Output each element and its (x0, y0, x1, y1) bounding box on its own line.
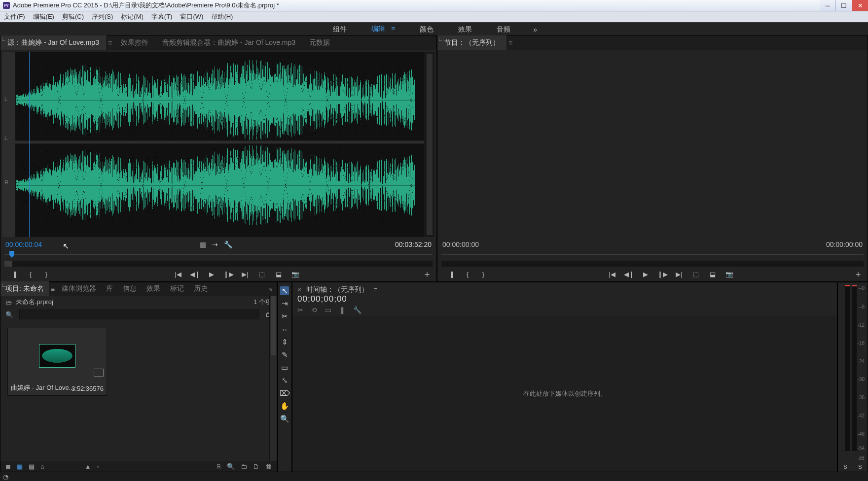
fit-icon[interactable]: ⇢ (212, 240, 218, 248)
tool-track-select[interactable]: ⇥ (280, 299, 289, 308)
add-marker-icon[interactable]: ❚ (10, 270, 19, 278)
step-back-icon[interactable]: ◀❙ (190, 270, 199, 278)
tl-snap-icon[interactable]: ⟲ (311, 306, 317, 314)
source-zoom-bar[interactable] (4, 261, 433, 267)
tool-rolling-edit[interactable]: ↔ (280, 325, 289, 334)
tool-zoom[interactable]: 🔍 (280, 414, 289, 423)
workspace-menu-icon[interactable]: ≡ (391, 25, 395, 33)
timeline-drop-area[interactable]: 在此处放下媒体以创建序列。 (292, 316, 837, 472)
timeline-timecode[interactable]: 00;00;00;00 (297, 294, 832, 304)
menu-clip[interactable]: 剪辑(C) (58, 12, 88, 21)
new-item-icon[interactable]: 🗋 (253, 463, 259, 470)
tool-selection[interactable]: ↖ (280, 286, 289, 295)
icon-view-icon[interactable]: ▦ (17, 463, 23, 470)
project-search-input[interactable] (19, 309, 259, 319)
meter-solo-l[interactable]: S (843, 464, 847, 472)
window-maximize-button[interactable]: ☐ (835, 0, 852, 11)
menu-sequence[interactable]: 序列(S) (88, 12, 117, 21)
p-mark-out-icon[interactable]: } (479, 270, 488, 278)
source-tab-audio-mixer[interactable]: 音频剪辑混合器：曲婉婷 - Jar Of Love.mp3 (155, 35, 302, 50)
zoom-slider-icon[interactable]: ◦ (97, 463, 100, 470)
program-current-tc[interactable]: 00:00:00:00 (442, 240, 479, 248)
p-button-editor-icon[interactable]: ＋ (854, 270, 863, 278)
source-tab-effect-controls[interactable]: 效果控件 (114, 35, 155, 50)
tool-razor[interactable]: ✎ (280, 350, 289, 359)
workspace-assembly[interactable]: 组件 (326, 23, 354, 36)
resolution-icon[interactable]: ▥ (200, 240, 206, 248)
project-tab-project[interactable]: 项目: 未命名 (0, 281, 49, 296)
source-tab-clip[interactable]: 源：曲婉婷 - Jar Of Love.mp3 (0, 35, 106, 50)
go-to-out-icon[interactable]: ▶| (241, 270, 250, 278)
new-bin-icon[interactable]: 🗀 (241, 463, 247, 470)
p-extract-icon[interactable]: ⬓ (708, 270, 717, 278)
workspace-effects[interactable]: 效果 (451, 23, 479, 36)
tl-markers-icon[interactable]: ❚ (339, 306, 345, 314)
window-minimize-button[interactable]: ─ (820, 0, 835, 11)
tl-link-icon[interactable]: ▭ (325, 306, 331, 314)
tool-pen[interactable]: ⌦ (280, 389, 289, 398)
workspace-editing[interactable]: 编辑 ≡ (364, 23, 402, 36)
freeform-view-icon[interactable]: ▤ (29, 463, 35, 470)
tool-slip[interactable]: ▭ (280, 363, 289, 372)
program-tab[interactable]: 节目：（无序列） (437, 35, 506, 50)
tool-slide[interactable]: ⤡ (280, 376, 289, 385)
timeline-tab-close-icon[interactable]: × (297, 286, 301, 294)
menu-window[interactable]: 窗口(W) (176, 12, 207, 21)
menu-title[interactable]: 字幕(T) (147, 12, 177, 21)
zoom-slider-left-icon[interactable]: ▲ (85, 463, 91, 470)
wrench-icon[interactable]: 🔧 (224, 240, 232, 248)
source-current-tc[interactable]: 00:00:00:04 (5, 240, 42, 248)
go-to-in-icon[interactable]: |◀ (174, 270, 182, 278)
tl-settings-icon[interactable]: 🔧 (353, 306, 362, 314)
step-forward-icon[interactable]: ❙▶ (224, 270, 233, 278)
trash-icon[interactable]: 🗑 (265, 463, 272, 470)
overwrite-icon[interactable]: ⬓ (274, 270, 283, 278)
mark-in-icon[interactable]: { (26, 270, 35, 278)
workspace-color[interactable]: 颜色 (413, 23, 440, 36)
search-icon[interactable]: 🔍 (5, 311, 13, 318)
waveform-scrollbar[interactable] (427, 54, 433, 235)
project-tab-history[interactable]: 历史 (189, 281, 213, 296)
project-tab-overflow[interactable]: » (265, 282, 277, 296)
find-icon[interactable]: 🔍 (227, 463, 235, 470)
project-scroll-thumb[interactable] (271, 296, 276, 355)
p-lift-icon[interactable]: ⬚ (691, 270, 700, 278)
window-close-button[interactable]: ✕ (852, 0, 868, 11)
program-zoom-bar[interactable] (441, 261, 864, 267)
project-clip[interactable]: 曲婉婷 - Jar Of Love... 3:52:36576 (7, 328, 107, 396)
project-tab-media-browser[interactable]: 媒体浏览器 (57, 281, 101, 296)
automate-to-seq-icon[interactable]: ⎘ (217, 463, 221, 470)
menu-file[interactable]: 文件(F) (0, 12, 29, 21)
p-go-to-out-icon[interactable]: ▶| (675, 270, 684, 278)
workspace-audio[interactable]: 音频 (490, 23, 517, 36)
tool-hand[interactable]: ✋ (280, 402, 289, 411)
project-tab-info[interactable]: 信息 (118, 281, 142, 296)
timeline-tab-menu-icon[interactable]: ≡ (373, 286, 377, 294)
menu-help[interactable]: 帮助(H) (207, 12, 237, 21)
p-step-forward-icon[interactable]: ❙▶ (658, 270, 667, 278)
play-icon[interactable]: ▶ (207, 270, 216, 278)
project-tab-library[interactable]: 库 (101, 281, 118, 296)
project-bin-grid[interactable]: 曲婉婷 - Jar Of Love... 3:52:36576 (0, 321, 277, 461)
source-scrubber[interactable] (4, 250, 433, 261)
export-frame-icon[interactable]: 📷 (291, 270, 300, 278)
project-tab-effects[interactable]: 效果 (142, 281, 165, 296)
p-go-to-in-icon[interactable]: |◀ (608, 270, 616, 278)
p-add-marker-icon[interactable]: ❚ (447, 270, 456, 278)
timeline-tab[interactable]: 时间轴：（无序列） (306, 285, 368, 294)
tl-nest-icon[interactable]: ✂ (297, 306, 303, 314)
p-play-icon[interactable]: ▶ (641, 270, 650, 278)
insert-icon[interactable]: ⬚ (257, 270, 266, 278)
button-editor-icon[interactable]: ＋ (423, 270, 432, 278)
source-tab-metadata[interactable]: 元数据 (302, 35, 337, 50)
tool-rate-stretch[interactable]: ⇕ (280, 338, 289, 346)
p-mark-in-icon[interactable]: { (463, 270, 472, 278)
playhead[interactable] (29, 52, 30, 237)
program-tab-menu-icon[interactable]: ≡ (506, 36, 514, 50)
render-info-icon[interactable]: ◔ (3, 473, 8, 481)
menu-marker[interactable]: 标记(M) (117, 12, 147, 21)
sort-icon[interactable]: ⌂ (40, 463, 44, 470)
list-view-icon[interactable]: ≣ (5, 463, 11, 470)
menu-edit[interactable]: 编辑(E) (29, 12, 58, 21)
meter-solo-r[interactable]: S (858, 464, 862, 472)
